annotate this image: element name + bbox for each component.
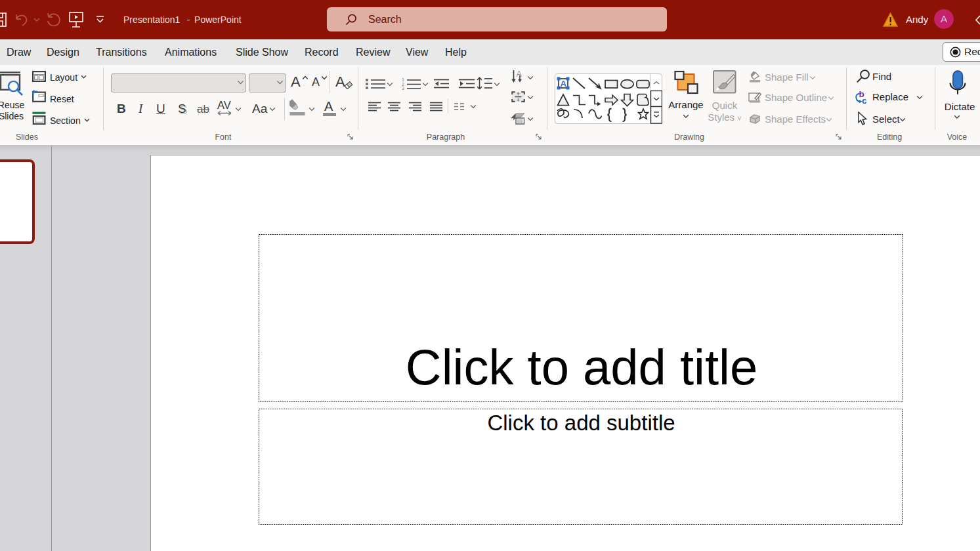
svg-text:3: 3 (402, 86, 404, 90)
svg-text:1: 1 (402, 77, 404, 82)
svg-text:A: A (561, 79, 567, 89)
svg-text:c: c (862, 96, 867, 104)
svg-text:A: A (517, 70, 522, 79)
